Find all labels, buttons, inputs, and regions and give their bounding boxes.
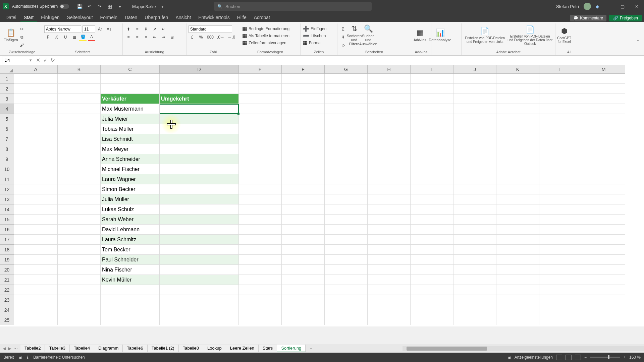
cell-L25[interactable] — [539, 315, 582, 325]
cell-E10[interactable] — [239, 164, 282, 174]
cell-A18[interactable] — [14, 245, 58, 255]
cell-B22[interactable] — [58, 285, 101, 295]
row-header-9[interactable]: 9 — [0, 154, 14, 164]
qat-more-icon[interactable]: ▦ — [107, 3, 113, 9]
tab-dev[interactable]: Entwicklertools — [195, 13, 233, 22]
cell-M20[interactable] — [582, 265, 625, 275]
sheet-tab-stars[interactable]: Stars — [259, 345, 277, 352]
formula-input[interactable] — [56, 57, 644, 64]
cell-D5[interactable] — [160, 114, 239, 124]
cell-H15[interactable] — [368, 215, 411, 225]
cell-D16[interactable] — [160, 225, 239, 235]
cell-H23[interactable] — [368, 295, 411, 305]
cell-A23[interactable] — [14, 295, 58, 305]
cell-F14[interactable] — [282, 204, 325, 215]
fill-color-icon[interactable]: 🪣 — [79, 34, 87, 41]
cell-styles-button[interactable]: Zellenformatvorlagen — [249, 41, 286, 45]
column-header-J[interactable]: J — [453, 65, 496, 74]
cell-G24[interactable] — [325, 305, 368, 315]
toggle-icon[interactable] — [60, 4, 69, 9]
font-color-icon[interactable]: A — [88, 34, 95, 41]
cell-K17[interactable] — [496, 235, 539, 245]
cell-I25[interactable] — [411, 315, 453, 325]
decrease-decimal-icon[interactable]: ←.0 — [227, 34, 236, 41]
cell-L22[interactable] — [539, 285, 582, 295]
cell-G9[interactable] — [325, 154, 368, 164]
share-button[interactable]: 🔗 Freigeben — [609, 15, 642, 21]
cell-J10[interactable] — [453, 164, 496, 174]
sheet-tab-lookup[interactable]: Lookup — [203, 345, 226, 352]
as-table-icon[interactable]: ▦ — [242, 33, 247, 39]
cell-K18[interactable] — [496, 245, 539, 255]
cell-G3[interactable] — [325, 94, 368, 104]
minimize-button[interactable]: — — [604, 4, 613, 9]
cell-B18[interactable] — [58, 245, 101, 255]
select-all-corner[interactable] — [0, 65, 14, 74]
cell-K7[interactable] — [496, 134, 539, 144]
cell-M21[interactable] — [582, 275, 625, 285]
cell-F19[interactable] — [282, 255, 325, 265]
find-select-button[interactable]: 🔍Suchen und Auswählen — [362, 25, 375, 45]
cell-D23[interactable] — [160, 295, 239, 305]
cell-C6[interactable]: Tobias Müller — [101, 124, 160, 134]
cell-D8[interactable] — [160, 144, 239, 154]
cell-F22[interactable] — [282, 285, 325, 295]
row-header-22[interactable]: 22 — [0, 285, 14, 295]
cell-I13[interactable] — [411, 194, 453, 204]
cell-M1[interactable] — [582, 74, 625, 84]
cut-icon[interactable]: ✂ — [18, 25, 25, 33]
cell-D18[interactable] — [160, 245, 239, 255]
decrease-font-icon[interactable]: A↓ — [105, 25, 113, 33]
cell-D10[interactable] — [160, 164, 239, 174]
sheet-tab-tabelle2[interactable]: Tabelle2 — [20, 345, 45, 352]
row-header-13[interactable]: 13 — [0, 194, 14, 204]
cell-H8[interactable] — [368, 144, 411, 154]
cell-A13[interactable] — [14, 194, 58, 204]
wrap-text-icon[interactable]: ↵ — [160, 25, 167, 33]
cell-C25[interactable] — [101, 315, 160, 325]
cell-H18[interactable] — [368, 245, 411, 255]
add-sheet-button[interactable]: ＋ — [306, 346, 317, 352]
cell-L14[interactable] — [539, 204, 582, 215]
increase-decimal-icon[interactable]: .0→ — [216, 34, 225, 41]
cell-C1[interactable] — [101, 74, 160, 84]
row-header-2[interactable]: 2 — [0, 84, 14, 94]
cell-J19[interactable] — [453, 255, 496, 265]
cell-L8[interactable] — [539, 144, 582, 154]
sheet-tab-tabelle3[interactable]: Tabelle3 — [45, 345, 69, 352]
tab-data[interactable]: Daten — [121, 13, 141, 22]
cell-J5[interactable] — [453, 114, 496, 124]
qat-dropdown-icon[interactable]: ▾ — [117, 3, 123, 9]
maximize-button[interactable]: ▢ — [618, 4, 627, 9]
cell-K25[interactable] — [496, 315, 539, 325]
cell-M8[interactable] — [582, 144, 625, 154]
cell-J24[interactable] — [453, 305, 496, 315]
orientation-icon[interactable]: ↗ — [151, 25, 158, 33]
cell-H11[interactable] — [368, 174, 411, 184]
cell-F21[interactable] — [282, 275, 325, 285]
cell-E11[interactable] — [239, 174, 282, 184]
cell-K16[interactable] — [496, 225, 539, 235]
cell-J3[interactable] — [453, 94, 496, 104]
cell-C21[interactable]: Kevin Müller — [101, 275, 160, 285]
cell-M17[interactable] — [582, 235, 625, 245]
cell-M15[interactable] — [582, 215, 625, 225]
cell-G18[interactable] — [325, 245, 368, 255]
row-header-24[interactable]: 24 — [0, 305, 14, 315]
cell-G7[interactable] — [325, 134, 368, 144]
tab-help[interactable]: Hilfe — [234, 13, 250, 22]
close-button[interactable]: ✕ — [632, 4, 641, 9]
cell-L6[interactable] — [539, 124, 582, 134]
cell-D1[interactable] — [160, 74, 239, 84]
cell-I23[interactable] — [411, 295, 453, 305]
cell-G15[interactable] — [325, 215, 368, 225]
cell-G13[interactable] — [325, 194, 368, 204]
cell-I11[interactable] — [411, 174, 453, 184]
column-header-D[interactable]: D — [160, 65, 239, 74]
cell-C5[interactable]: Julia Meier — [101, 114, 160, 124]
cell-L17[interactable] — [539, 235, 582, 245]
merge-icon[interactable]: ⊞ — [168, 34, 176, 41]
cell-C17[interactable]: Laura Schmitz — [101, 235, 160, 245]
collapse-ribbon-icon[interactable]: ⌄ — [634, 23, 642, 55]
percent-icon[interactable]: % — [197, 34, 205, 41]
